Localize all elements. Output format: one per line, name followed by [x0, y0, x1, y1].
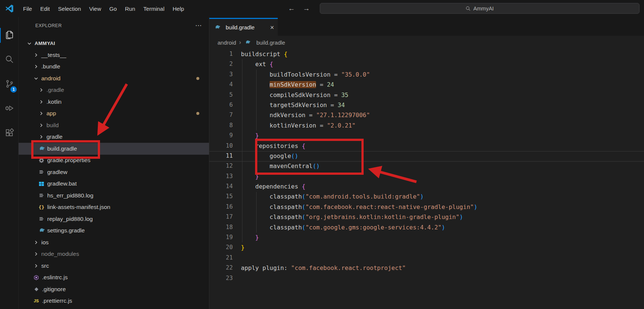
code-line-12[interactable]: 12 mavenCentral()	[209, 161, 644, 171]
file-replay_pid880.log[interactable]: replay_pid880.log	[19, 213, 209, 225]
code-line-16[interactable]: 16 classpath("com.facebook.react:react-n…	[209, 202, 644, 212]
line-number: 19	[209, 232, 233, 242]
chevron-right-icon	[33, 64, 39, 70]
tree-item-label: __tests__	[41, 52, 66, 58]
workspace-root-label: AMMYAI	[35, 41, 55, 46]
close-icon[interactable]: ×	[270, 24, 274, 31]
code-line-1[interactable]: 1buildscript {	[209, 49, 644, 59]
menu-bar: FileEditSelectionViewGoRunTerminalHelp	[19, 4, 188, 14]
code-line-14[interactable]: 14 dependencies {	[209, 181, 644, 191]
explorer-sidebar: EXPLORER ⋯ AMMYAI __tests__.bundleandroi…	[19, 17, 209, 309]
file-.eslintrc.js[interactable]: .eslintrc.js	[19, 272, 209, 284]
folder-ios[interactable]: ios	[19, 236, 209, 248]
line-number: 9	[209, 131, 233, 141]
chevron-right-icon	[38, 99, 44, 105]
activity-extensions[interactable]	[0, 121, 19, 146]
tab-bar: build.gradle ×	[209, 17, 644, 36]
code-line-6[interactable]: 6 targetSdkVersion = 34	[209, 100, 644, 110]
activity-bar: 1	[0, 17, 19, 309]
nav-forward-icon[interactable]: →	[300, 3, 312, 14]
command-center-search[interactable]: AmmyAI	[320, 3, 640, 14]
folder-gradle[interactable]: gradle	[19, 131, 209, 143]
menu-terminal[interactable]: Terminal	[139, 4, 169, 14]
tree-item-label: gradlew	[47, 169, 67, 176]
tab-build-gradle[interactable]: build.gradle ×	[209, 18, 278, 36]
run-and-debug-icon	[4, 103, 14, 115]
line-content: ext {	[241, 59, 273, 69]
file-build.gradle[interactable]: build.gradle	[19, 143, 209, 155]
file-link-assets-manifest.json[interactable]: {}link-assets-manifest.json	[19, 202, 209, 213]
code-line-21[interactable]: 21	[209, 253, 644, 263]
code-line-8[interactable]: 8 kotlinVersion = "2.0.21"	[209, 120, 644, 131]
code-line-13[interactable]: 13 }	[209, 171, 644, 181]
file-.prettierrc.js[interactable]: JS.prettierrc.js	[19, 295, 209, 307]
code-line-2[interactable]: 2 ext {	[209, 59, 644, 69]
folder-.gradle[interactable]: .gradle	[19, 84, 209, 96]
breadcrumb-android[interactable]: android	[218, 39, 236, 46]
file-hs_err_pid880.log[interactable]: hs_err_pid880.log	[19, 190, 209, 202]
activity-explorer[interactable]	[0, 23, 19, 48]
line-content: classpath("com.google.gms:google-service…	[241, 222, 445, 232]
menu-run[interactable]: Run	[121, 4, 139, 14]
activity-source-control[interactable]: 1	[0, 72, 19, 97]
code-line-11[interactable]: 11 google()	[209, 151, 644, 161]
file-gradlew[interactable]: gradlew	[19, 166, 209, 178]
code-line-17[interactable]: 17 classpath("org.jetbrains.kotlin:kotli…	[209, 212, 644, 222]
menu-selection[interactable]: Selection	[54, 4, 85, 14]
folder-.bundle[interactable]: .bundle	[19, 61, 209, 73]
file-.gitignore[interactable]: .gitignore	[19, 283, 209, 295]
code-line-5[interactable]: 5 compileSdkVersion = 35	[209, 90, 644, 100]
breadcrumb-build-gradle[interactable]: build.gradle	[256, 39, 285, 46]
menu-help[interactable]: Help	[168, 4, 188, 14]
file-settings.gradle[interactable]: settings.gradle	[19, 225, 209, 237]
line-content: classpath("org.jetbrains.kotlin:kotlin-g…	[241, 212, 463, 222]
code-line-18[interactable]: 18 classpath("com.google.gms:google-serv…	[209, 222, 644, 232]
eslint-icon	[33, 275, 40, 280]
code-line-10[interactable]: 10 repositories {	[209, 141, 644, 151]
folder-android[interactable]: android	[19, 73, 209, 84]
menu-view[interactable]: View	[85, 4, 105, 14]
tree-item-label: app	[46, 110, 56, 117]
folder-src[interactable]: src	[19, 260, 209, 272]
code-line-15[interactable]: 15 classpath("com.android.tools.build:gr…	[209, 191, 644, 202]
code-line-9[interactable]: 9 }	[209, 131, 644, 141]
folder-node_modules[interactable]: node_modules	[19, 248, 209, 260]
file-gradle.properties[interactable]: gradle.properties	[19, 155, 209, 167]
code-editor[interactable]: 1buildscript {2 ext {3 buildToolsVersion…	[209, 49, 644, 309]
code-line-4[interactable]: 4 minSdkVersion = 24	[209, 80, 644, 90]
line-number: 3	[209, 70, 233, 80]
chevron-right-icon	[33, 52, 39, 58]
code-line-20[interactable]: 20}	[209, 242, 644, 252]
workspace-root-ammyai[interactable]: AMMYAI	[19, 38, 209, 49]
line-number: 14	[209, 181, 233, 191]
activity-run-and-debug[interactable]	[0, 97, 19, 121]
code-line-19[interactable]: 19 }	[209, 232, 644, 242]
line-number: 12	[209, 161, 233, 171]
git-icon	[33, 287, 40, 292]
line-number: 2	[209, 59, 233, 69]
code-line-3[interactable]: 3 buildToolsVersion = "35.0.0"	[209, 70, 644, 80]
code-line-23[interactable]: 23	[209, 273, 644, 283]
folder-app[interactable]: app	[19, 108, 209, 120]
tree-item-label: ios	[41, 239, 49, 246]
menu-go[interactable]: Go	[105, 4, 121, 14]
chevron-right-icon	[33, 263, 39, 269]
tree-item-label: node_modules	[41, 251, 79, 257]
line-number: 8	[209, 120, 233, 131]
nav-back-icon[interactable]: ←	[286, 3, 297, 14]
folder-__tests__[interactable]: __tests__	[19, 49, 209, 61]
explorer-title: EXPLORER	[35, 23, 62, 28]
folder-build[interactable]: build	[19, 119, 209, 131]
line-number: 17	[209, 212, 233, 222]
folder-.kotlin[interactable]: .kotlin	[19, 96, 209, 108]
extensions-icon	[5, 128, 14, 139]
chevron-right-icon	[33, 251, 39, 257]
more-actions-icon[interactable]: ⋯	[195, 22, 202, 29]
file-gradlew.bat[interactable]: gradlew.bat	[19, 178, 209, 190]
code-line-7[interactable]: 7 ndkVersion = "27.1.12297006"	[209, 110, 644, 120]
menu-edit[interactable]: Edit	[36, 4, 54, 14]
menu-file[interactable]: File	[19, 4, 36, 14]
code-line-22[interactable]: 22apply plugin: "com.facebook.react.root…	[209, 263, 644, 273]
activity-search[interactable]	[0, 48, 19, 72]
js-icon: JS	[33, 299, 40, 303]
